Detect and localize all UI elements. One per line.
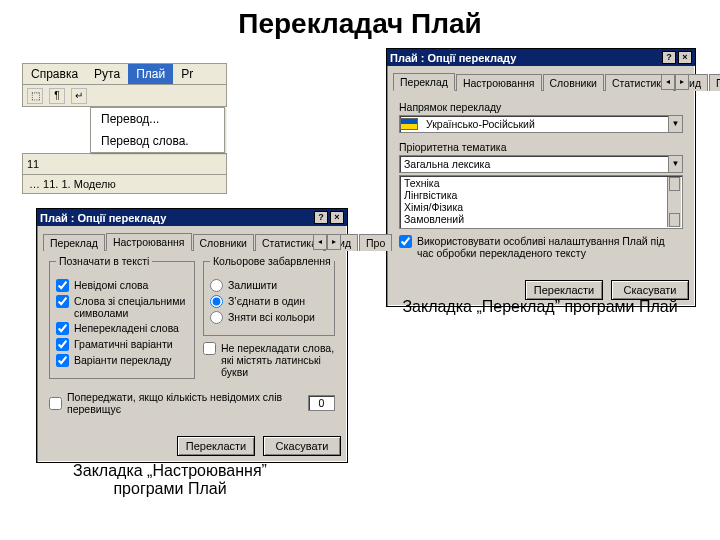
menu-ruta[interactable]: Рута	[86, 64, 128, 84]
titlebar-title: Плай : Опції перекладу	[40, 212, 166, 224]
tab-pro[interactable]: Про	[709, 74, 720, 91]
scrollbar[interactable]	[667, 177, 681, 227]
close-icon[interactable]: ×	[678, 51, 692, 64]
menu-perevod-slova[interactable]: Перевод слова.	[91, 130, 224, 152]
warn-threshold-input[interactable]: 0	[308, 395, 335, 411]
tab-pro[interactable]: Про	[359, 234, 392, 251]
cancel-button[interactable]: Скасувати	[611, 280, 689, 300]
label-thematic: Пріоритетна тематика	[399, 141, 683, 153]
rad-merge[interactable]: З’єднати в один	[210, 295, 328, 308]
tab-pereklad[interactable]: Переклад	[43, 234, 105, 251]
chevron-down-icon[interactable]: ▼	[668, 156, 682, 172]
menu-perevod[interactable]: Перевод...	[91, 108, 224, 130]
tab-pereklad[interactable]: Переклад	[393, 73, 455, 91]
combo-thematic-value: Загальна лексика	[400, 158, 668, 170]
toolbar: ⬚ ¶ ↵	[22, 85, 227, 107]
tabstrip-left: Переклад Настроювання Словники Статистик…	[43, 232, 341, 251]
rad-keep[interactable]: Залишити	[210, 279, 328, 292]
tab-nastroyuvannya[interactable]: Настроювання	[106, 233, 192, 251]
chk-untranslated[interactable]: Неперекладені слова	[56, 322, 188, 335]
caption-pereklad: Закладка „Переклад” програми Плай	[390, 298, 690, 316]
ua-flag-icon	[400, 118, 418, 130]
tab-scroll-left-icon[interactable]: ◂	[313, 234, 327, 250]
dialog-nastroyuvannya: Плай : Опції перекладу ? × Переклад Наст…	[36, 208, 348, 463]
chk-use-special-label: Використовувати особливі налаштування Пл…	[417, 235, 683, 259]
listbox-thematics[interactable]: Техніка Лінгвістика Хімія/Фізика Замовле…	[399, 175, 683, 229]
translate-button[interactable]: Перекласти	[525, 280, 603, 300]
tab-slovnyky[interactable]: Словники	[543, 74, 604, 91]
menu-pr[interactable]: Pr	[173, 64, 201, 84]
panel-left: Позначати в тексті Невідомі слова Слова …	[43, 251, 341, 424]
combo-thematic[interactable]: Загальна лексика ▼	[399, 155, 683, 173]
chk-use-special-input[interactable]	[399, 235, 412, 248]
rad-clear[interactable]: Зняти всі кольори	[210, 311, 328, 324]
caption-nastroyuvannya: Закладка „Настроювання” програми Плай	[40, 462, 300, 498]
list-item[interactable]: Техніка	[401, 177, 667, 189]
cancel-button[interactable]: Скасувати	[263, 436, 341, 456]
toolbar-icon-1[interactable]: ⬚	[27, 88, 43, 104]
menu-plai[interactable]: Плай	[128, 64, 173, 84]
help-icon[interactable]: ?	[314, 211, 328, 224]
label-direction: Напрямок перекладу	[399, 101, 683, 113]
chk-grammar-variants[interactable]: Граматичні варіанти	[56, 338, 188, 351]
chk-use-special[interactable]: Використовувати особливі налаштування Пл…	[399, 235, 683, 259]
dialog-pereklad: Плай : Опції перекладу ? × Переклад Наст…	[386, 48, 696, 307]
tab-nastroyuvannya[interactable]: Настроювання	[456, 74, 542, 91]
chk-warn-threshold[interactable]: Попереджати, якщо кількість невідомих сл…	[49, 391, 335, 415]
menu-help[interactable]: Справка	[23, 64, 86, 84]
tabstrip-right: Переклад Настроювання Словники Статистик…	[393, 72, 689, 91]
status-line: … 11. 1. Моделю	[22, 175, 227, 194]
close-icon[interactable]: ×	[330, 211, 344, 224]
chevron-down-icon[interactable]: ▼	[668, 116, 682, 132]
plai-dropdown: Перевод... Перевод слова.	[90, 107, 225, 153]
group-title-mark: Позначати в тексті	[56, 255, 152, 267]
group-mark-in-text: Позначати в тексті Невідомі слова Слова …	[49, 261, 195, 379]
app-menu-snippet: Справка Рута Плай Pr ⬚ ¶ ↵ Перевод... Пе…	[22, 63, 227, 194]
chk-translation-variants[interactable]: Варіанти перекладу	[56, 354, 188, 367]
group-color: Кольорове забарвлення Залишити З’єднати …	[203, 261, 335, 336]
titlebar-title: Плай : Опції перекладу	[390, 52, 516, 64]
tab-scroll-left-icon[interactable]: ◂	[661, 74, 675, 90]
tab-scroll-right-icon[interactable]: ▸	[327, 234, 341, 250]
translate-button[interactable]: Перекласти	[177, 436, 255, 456]
ruler-value: 11	[27, 158, 39, 170]
tab-scroll-right-icon[interactable]: ▸	[675, 74, 689, 90]
titlebar-nastroyuvannya: Плай : Опції перекладу ? ×	[37, 209, 347, 226]
group-title-color: Кольорове забарвлення	[210, 255, 334, 267]
pilcrow-icon[interactable]: ¶	[49, 88, 65, 104]
chk-no-latin[interactable]: Не перекладати слова, які містять латинс…	[203, 342, 335, 378]
combo-direction[interactable]: Українсько-Російський ▼	[399, 115, 683, 133]
ruler-bar: 11	[22, 153, 227, 175]
panel-right: Напрямок перекладу Українсько-Російський…	[393, 91, 689, 268]
chk-unknown-words[interactable]: Невідомі слова	[56, 279, 188, 292]
help-icon[interactable]: ?	[662, 51, 676, 64]
chk-warn-label: Попереджати, якщо кількість невідомих сл…	[67, 391, 303, 415]
list-item[interactable]: Замовлений	[401, 213, 667, 225]
chk-special-symbols[interactable]: Слова зі спеціальними символами	[56, 295, 188, 319]
titlebar-pereklad: Плай : Опції перекладу ? ×	[387, 49, 695, 66]
tab-slovnyky[interactable]: Словники	[193, 234, 254, 251]
toolbar-icon-3[interactable]: ↵	[71, 88, 87, 104]
list-item[interactable]: Хімія/Фізика	[401, 201, 667, 213]
page-title: Перекладач Плай	[0, 0, 720, 44]
combo-direction-value: Українсько-Російський	[422, 118, 668, 130]
menubar: Справка Рута Плай Pr	[22, 63, 227, 85]
list-item[interactable]: Лінгвістика	[401, 189, 667, 201]
